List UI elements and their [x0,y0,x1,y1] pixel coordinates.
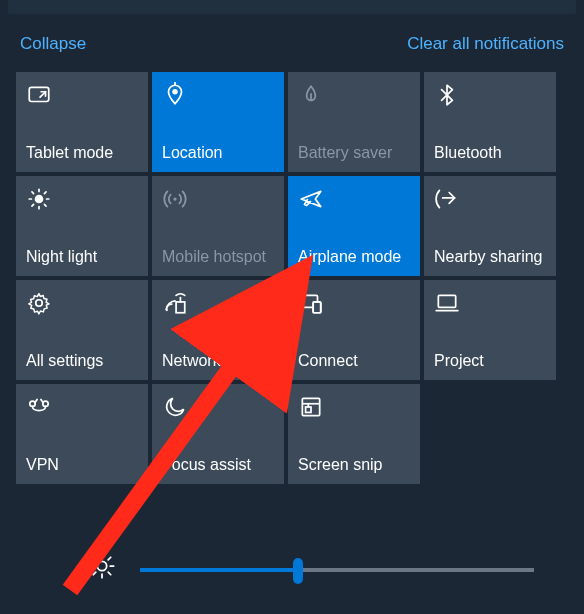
svg-rect-15 [176,302,185,313]
collapse-link[interactable]: Collapse [20,34,86,54]
header-links: Collapse Clear all notifications [0,14,584,72]
tile-mobile-hotspot[interactable]: Mobile hotspot [152,176,284,276]
svg-line-36 [93,572,96,575]
tile-all-settings[interactable]: All settings [16,280,148,380]
clear-all-link[interactable]: Clear all notifications [407,34,564,54]
battery-saver-icon [298,82,410,112]
tile-airplane-mode[interactable]: Airplane mode [288,176,420,276]
tile-focus-assist[interactable]: Focus assist [152,384,284,484]
screen-snip-icon [298,394,410,424]
tile-label: All settings [26,352,138,370]
tile-label: VPN [26,456,138,474]
slider-track-fill [140,568,298,572]
svg-line-11 [32,204,34,206]
svg-line-10 [44,204,46,206]
tile-label: Connect [298,352,410,370]
tile-connect[interactable]: Connect [288,280,420,380]
brightness-icon [88,552,116,584]
action-center-panel: { "header": { "collapse": "Collapse", "c… [0,0,584,614]
svg-line-37 [108,557,111,560]
brightness-slider[interactable] [140,550,534,590]
svg-line-9 [32,192,34,194]
tile-label: Night light [26,248,138,266]
svg-rect-21 [438,295,455,307]
settings-icon [26,290,138,320]
tile-label: Battery saver [298,144,410,162]
svg-line-12 [44,192,46,194]
svg-point-4 [35,195,44,204]
notification-area [8,0,576,14]
svg-rect-19 [313,302,321,313]
tile-network[interactable]: Network [152,280,284,380]
slider-thumb[interactable] [293,558,303,584]
focus-assist-icon [162,394,274,424]
tile-tablet-mode[interactable]: Tablet mode [16,72,148,172]
svg-line-35 [108,572,111,575]
mobile-hotspot-icon [162,186,274,216]
tile-bluetooth[interactable]: Bluetooth [424,72,556,172]
tile-battery-saver[interactable]: Battery saver [288,72,420,172]
tile-label: Location [162,144,274,162]
tile-label: Screen snip [298,456,410,474]
svg-rect-27 [306,407,311,412]
svg-point-13 [173,197,176,200]
tile-night-light[interactable]: Night light [16,176,148,276]
quick-actions-grid: Tablet modeLocationBattery saverBluetoot… [0,72,584,484]
nearby-sharing-icon [434,186,546,216]
location-icon [162,82,274,112]
tile-label: Focus assist [162,456,274,474]
airplane-icon [298,186,410,216]
tile-location[interactable]: Location [152,72,284,172]
project-icon [434,290,546,320]
svg-point-1 [172,89,177,94]
tile-label: Bluetooth [434,144,546,162]
tile-label: Mobile hotspot [162,248,274,266]
svg-point-14 [36,300,43,307]
svg-point-29 [97,561,106,570]
vpn-icon [26,394,138,424]
connect-icon [298,290,410,320]
tile-label: Tablet mode [26,144,138,162]
tile-project[interactable]: Project [424,280,556,380]
tile-vpn[interactable]: VPN [16,384,148,484]
svg-point-17 [166,309,168,311]
tile-label: Nearby sharing [434,248,546,266]
tile-label: Network [162,352,274,370]
svg-line-34 [93,557,96,560]
night-light-icon [26,186,138,216]
tile-screen-snip[interactable]: Screen snip [288,384,420,484]
network-icon [162,290,274,320]
tile-label: Airplane mode [298,248,410,266]
bluetooth-icon [434,82,546,112]
tile-nearby-sharing[interactable]: Nearby sharing [424,176,556,276]
tablet-mode-icon [26,82,138,112]
tile-label: Project [434,352,546,370]
